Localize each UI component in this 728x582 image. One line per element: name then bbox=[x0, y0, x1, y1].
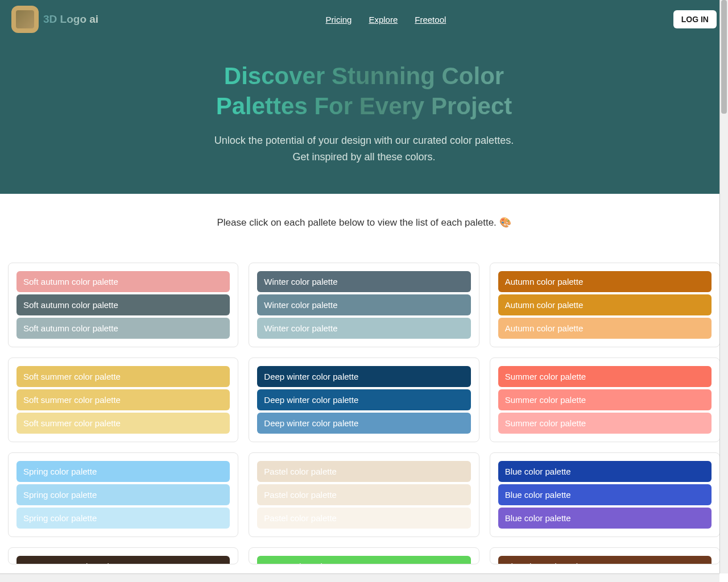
palette-swatch-label: Spring color palette bbox=[23, 490, 97, 500]
palette-swatch: Summer color palette bbox=[498, 413, 712, 434]
palette-swatch-label: Blue color palette bbox=[505, 490, 571, 500]
scrollbar-thumb[interactable] bbox=[721, 0, 727, 114]
palette-swatch-label: Blue color palette bbox=[505, 513, 571, 523]
palette-swatch: Spring color palette bbox=[16, 484, 230, 505]
palette-swatch-label: Deep winter color palette bbox=[264, 395, 358, 405]
palette-swatch-label: Autumn color palette bbox=[505, 323, 584, 333]
palette-swatch: Soft autumn color palette bbox=[16, 294, 230, 315]
nav-links: Pricing Explore Freetool bbox=[326, 15, 446, 24]
palette-swatch: Green color palette bbox=[257, 556, 470, 564]
palette-swatch-label: Soft autumn color palette bbox=[23, 277, 118, 286]
palette-card[interactable]: Chocolate color palette bbox=[490, 547, 720, 564]
palette-swatch: Deep winter color palette bbox=[257, 389, 470, 410]
palette-swatch-label: Autumn color palette bbox=[505, 277, 584, 286]
palette-swatch: Blue color palette bbox=[498, 461, 712, 482]
palette-swatch: Deep autumn color palette bbox=[16, 556, 230, 564]
palette-swatch: Autumn color palette bbox=[498, 318, 712, 339]
palette-grid: Soft autumn color paletteSoft autumn col… bbox=[0, 263, 728, 582]
palette-card[interactable]: Blue color paletteBlue color paletteBlue… bbox=[490, 452, 720, 537]
palette-swatch: Blue color palette bbox=[498, 508, 712, 529]
palette-swatch-label: Chocolate color palette bbox=[505, 562, 592, 564]
palette-swatch: Winter color palette bbox=[257, 294, 470, 315]
palette-swatch-label: Soft autumn color palette bbox=[23, 300, 118, 310]
palette-swatch-label: Pastel color palette bbox=[264, 467, 337, 476]
brand-logo[interactable]: 3D Logo ai bbox=[11, 6, 98, 33]
palette-swatch-label: Soft summer color palette bbox=[23, 395, 121, 405]
scrollbar-vertical[interactable] bbox=[719, 0, 728, 573]
nav-explore[interactable]: Explore bbox=[369, 15, 398, 24]
palette-swatch-label: Deep winter color palette bbox=[264, 372, 358, 381]
palette-swatch: Winter color palette bbox=[257, 318, 470, 339]
palette-swatch-label: Spring color palette bbox=[23, 467, 97, 476]
palette-card[interactable]: Autumn color paletteAutumn color palette… bbox=[490, 263, 720, 347]
nav-pricing[interactable]: Pricing bbox=[326, 15, 352, 24]
palette-card[interactable]: Green color palette bbox=[249, 547, 479, 564]
palette-swatch: Soft summer color palette bbox=[16, 413, 230, 434]
palette-swatch: Blue color palette bbox=[498, 484, 712, 505]
palette-swatch: Summer color palette bbox=[498, 366, 712, 387]
palette-swatch: Soft autumn color palette bbox=[16, 271, 230, 292]
nav-freetool[interactable]: Freetool bbox=[415, 15, 446, 24]
logo-icon bbox=[11, 6, 39, 33]
palette-swatch-label: Summer color palette bbox=[505, 418, 586, 428]
palette-swatch: Autumn color palette bbox=[498, 294, 712, 315]
hero-subtitle: Unlock the potential of your design with… bbox=[205, 132, 523, 165]
palette-swatch: Spring color palette bbox=[16, 508, 230, 529]
palette-swatch-label: Blue color palette bbox=[505, 467, 571, 476]
palette-swatch: Soft summer color palette bbox=[16, 389, 230, 410]
palette-card[interactable]: Summer color paletteSummer color palette… bbox=[490, 357, 720, 442]
hero-title: Discover Stunning Color Palettes For Eve… bbox=[182, 61, 546, 121]
palette-swatch: Spring color palette bbox=[16, 461, 230, 482]
palette-swatch: Pastel color palette bbox=[257, 508, 470, 529]
palette-swatch-label: Summer color palette bbox=[505, 372, 586, 381]
palette-swatch-label: Summer color palette bbox=[505, 395, 586, 405]
instruction-text: Please click on each pallete below to vi… bbox=[0, 217, 728, 228]
palette-swatch: Soft summer color palette bbox=[16, 366, 230, 387]
palette-card[interactable]: Pastel color palettePastel color palette… bbox=[249, 452, 479, 537]
palette-swatch-label: Soft summer color palette bbox=[23, 372, 121, 381]
palette-swatch: Chocolate color palette bbox=[498, 556, 712, 564]
palette-card[interactable]: Deep autumn color palette bbox=[8, 547, 238, 564]
palette-swatch-label: Soft autumn color palette bbox=[23, 323, 118, 333]
palette-swatch-label: Winter color palette bbox=[264, 323, 337, 333]
palette-swatch: Winter color palette bbox=[257, 271, 470, 292]
palette-swatch-label: Pastel color palette bbox=[264, 513, 337, 523]
palette-swatch: Deep winter color palette bbox=[257, 366, 470, 387]
palette-card[interactable]: Soft summer color paletteSoft summer col… bbox=[8, 357, 238, 442]
palette-swatch: Pastel color palette bbox=[257, 461, 470, 482]
login-button[interactable]: LOG IN bbox=[673, 10, 717, 28]
palette-swatch-label: Pastel color palette bbox=[264, 490, 337, 500]
palette-swatch: Pastel color palette bbox=[257, 484, 470, 505]
palette-swatch-label: Deep autumn color palette bbox=[23, 562, 123, 564]
palette-card[interactable]: Deep winter color paletteDeep winter col… bbox=[249, 357, 479, 442]
palette-card[interactable]: Spring color paletteSpring color palette… bbox=[8, 452, 238, 537]
palette-swatch-label: Deep winter color palette bbox=[264, 418, 358, 428]
palette-swatch: Soft autumn color palette bbox=[16, 318, 230, 339]
palette-swatch-label: Soft summer color palette bbox=[23, 418, 121, 428]
palette-card[interactable]: Winter color paletteWinter color palette… bbox=[249, 263, 479, 347]
brand-name: 3D Logo ai bbox=[43, 13, 98, 26]
palette-swatch-label: Winter color palette bbox=[264, 300, 337, 310]
palette-swatch: Autumn color palette bbox=[498, 271, 712, 292]
palette-swatch: Deep winter color palette bbox=[257, 413, 470, 434]
palette-swatch-label: Winter color palette bbox=[264, 277, 337, 286]
palette-swatch-label: Autumn color palette bbox=[505, 300, 584, 310]
navbar: 3D Logo ai Pricing Explore Freetool LOG … bbox=[11, 6, 717, 44]
palette-swatch-label: Green color palette bbox=[264, 562, 337, 564]
palette-card[interactable]: Soft autumn color paletteSoft autumn col… bbox=[8, 263, 238, 347]
palette-swatch-label: Spring color palette bbox=[23, 513, 97, 523]
palette-swatch: Summer color palette bbox=[498, 389, 712, 410]
scrollbar-horizontal[interactable] bbox=[0, 573, 719, 582]
hero-section: 3D Logo ai Pricing Explore Freetool LOG … bbox=[0, 0, 728, 194]
